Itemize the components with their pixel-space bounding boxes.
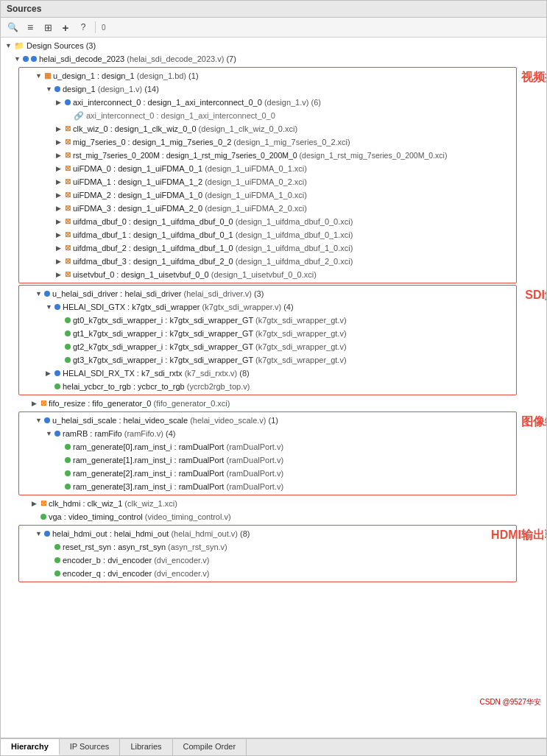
list-item: ⊠ uifdma_dbuf_2 : design_1_uifdma_dbuf_1… (19, 241, 516, 255)
dbuf0-arrow[interactable] (56, 216, 65, 227)
list-item: helai_ycbcr_to_rgb : ycbcr_to_rgb (ycrcb… (19, 380, 516, 393)
list-item: ram_generate[3].ram_inst_i : ramDualPort… (19, 480, 516, 493)
axi-label: axi_interconnect_0 : design_1_axi_interc… (73, 96, 321, 108)
list-item: gt2_k7gtx_sdi_wrapper_i : k7gtx_sdi_wrap… (19, 340, 516, 353)
dbuf0-label: uifdma_dbuf_0 : design_1_uifdma_dbuf_0_0… (73, 216, 353, 227)
ram0-label: ram_generate[0].ram_inst_i : ramDualPort… (73, 441, 283, 453)
blue-dot-icon10 (44, 531, 50, 537)
collapse-all-button[interactable]: ≡ (23, 20, 38, 35)
rxtx-label: HELAI_SDI_RX_TX : k7_sdi_rxtx (k7_sdi_rx… (63, 367, 250, 379)
clkhdmi-arrow[interactable] (32, 498, 40, 509)
blue-dot-icon4 (65, 99, 71, 105)
list-item: ⊠ clk_wiz_0 : design_1_clk_wiz_0_0 (desi… (19, 122, 516, 135)
uidma3-arrow[interactable] (56, 202, 65, 214)
tab-ip-sources[interactable]: IP Sources (60, 739, 121, 755)
xci-icon6: ⊠ (65, 189, 71, 201)
tab-compile-order[interactable]: Compile Order (173, 739, 247, 755)
design1v-arrow[interactable] (46, 83, 54, 95)
rxtx-arrow[interactable] (46, 367, 54, 379)
list-item: HELAI_SDI_GTX : k7gtx_sdi_wrapper (k7gtx… (19, 300, 516, 314)
list-item: ⊠ uiFDMA_3 : design_1_uiFDMA_2_0 (design… (19, 202, 516, 215)
vga-label: vga : video_timing_control (video_timing… (49, 511, 231, 523)
tab-libraries[interactable]: Libraries (120, 739, 172, 755)
list-item: u_helai_sdi_driver : helai_sdi_driver (h… (19, 287, 516, 300)
list-item: ▦ u_design_1 : design_1 (design_1.bd) (1… (19, 69, 516, 82)
list-item: encoder_b : dvi_encoder (dvi_encoder.v) (19, 554, 516, 567)
gt0-label: gt0_k7gtx_sdi_wrapper_i : k7gtx_sdi_wrap… (73, 314, 347, 326)
fifo-arrow[interactable] (32, 398, 40, 409)
list-item: ⊠ uifdma_dbuf_1 : design_1_uifdma_dbuf_0… (19, 228, 516, 241)
decode-arrow[interactable] (14, 53, 23, 65)
green-dot-icon2 (65, 331, 71, 336)
xci-icon10: ⊠ (65, 242, 71, 254)
dbuf1-arrow[interactable] (56, 229, 65, 241)
xci-icon3: ⊠ (65, 149, 71, 161)
sources-panel: Sources 🔍 ≡ ⊞ + ? 0 📁 Design Sources (3) (0, 0, 547, 756)
ram1-label: ram_generate[1].ram_inst_i : ramDualPort… (73, 454, 283, 466)
hdmi-arrow[interactable] (35, 528, 44, 540)
clk-arrow[interactable] (56, 123, 65, 135)
dbuf1-label: uifdma_dbuf_1 : design_1_uifdma_dbuf_0_1… (73, 229, 353, 241)
dbuf3-arrow[interactable] (56, 255, 65, 267)
rst-arrow[interactable] (56, 149, 65, 161)
mig-label: mig_7series_0 : design_1_mig_7series_0_2… (73, 136, 350, 148)
list-item: design_1 (design_1.v) (14) (19, 82, 516, 96)
xci-icon14: ⊠ (40, 498, 46, 509)
list-item: ram_generate[2].ram_inst_i : ramDualPort… (19, 467, 516, 480)
expand-all-button[interactable]: ⊞ (40, 20, 55, 35)
green-dot-icon10 (40, 514, 46, 520)
help-button[interactable]: ? (76, 20, 91, 35)
uidma1-label: uiFDMA_1 : design_1_uiFDMA_1_2 (design_1… (73, 176, 307, 188)
annotation-sdi: SDI解码 (525, 288, 546, 303)
sdi-driver-label: u_helai_sdi_driver : helai_sdi_driver (h… (52, 288, 264, 300)
add-button[interactable]: + (58, 20, 73, 35)
toolbar: 🔍 ≡ ⊞ + ? 0 (1, 18, 546, 38)
list-item: ⊠ uisetvbuf_0 : design_1_uisetvbuf_0_0 (… (19, 268, 516, 281)
list-item: ⊠ uiFDMA_0 : design_1_uiFDMA_0_1 (design… (19, 162, 516, 175)
list-item: encoder_q : dvi_encoder (dvi_encoder.v) (19, 567, 516, 580)
uidma3-label: uiFDMA_3 : design_1_uiFDMA_2_0 (design_1… (73, 202, 307, 214)
list-item: axi_interconnect_0 : design_1_axi_interc… (19, 96, 516, 109)
uisetvbuf-arrow[interactable] (56, 269, 65, 280)
tree-area: 📁 Design Sources (3) helai_sdi_decode_20… (1, 38, 546, 738)
xci-icon4: ⊠ (65, 163, 71, 174)
blue-dot-icon2 (31, 56, 37, 62)
dbuf3-label: uifdma_dbuf_3 : design_1_uifdma_dbuf_2_0… (73, 255, 353, 267)
bd-icon: ▦ (44, 70, 51, 82)
xci-icon5: ⊠ (65, 176, 71, 188)
mig-arrow[interactable] (56, 136, 65, 148)
xci-icon9: ⊠ (65, 229, 71, 241)
root-label: Design Sources (3) (27, 40, 96, 52)
green-dot-icon7 (65, 457, 71, 463)
annotation-scale: 图像缩放 (521, 414, 546, 430)
annotation-hdmi: HDMI输出驱动 (491, 528, 546, 543)
dbuf2-arrow[interactable] (56, 242, 65, 254)
design1-arrow[interactable] (35, 70, 44, 82)
xci-icon7: ⊠ (65, 202, 71, 214)
list-item: ⊠ fifo_resize : fifo_generator_0 (fifo_g… (15, 397, 546, 410)
uidma1-arrow[interactable] (56, 176, 65, 188)
sdi-driver-arrow[interactable] (35, 288, 44, 300)
clk-label: clk_wiz_0 : design_1_clk_wiz_0_0 (design… (73, 123, 297, 135)
toolbar-separator (95, 21, 96, 33)
list-item: helai_sdi_decode_2023 (helai_sdi_decode_… (1, 52, 546, 66)
gt1-label: gt1_k7gtx_sdi_wrapper_i : k7gtx_sdi_wrap… (73, 328, 347, 339)
list-item: ram_generate[0].ram_inst_i : ramDualPort… (19, 440, 516, 453)
green-dot-icon8 (65, 470, 71, 476)
clkhdmi-label: clk_hdmi : clk_wiz_1 (clk_wiz_1.xci) (49, 498, 177, 509)
list-item: ⊠ rst_mig_7series_0_200M : design_1_rst_… (19, 149, 516, 162)
gtx-arrow[interactable] (46, 301, 54, 313)
scale-arrow[interactable] (35, 414, 44, 426)
scale-label: u_helai_sdi_scale : helai_video_scale (h… (52, 414, 278, 426)
uidma0-arrow[interactable] (56, 163, 65, 174)
uidma2-arrow[interactable] (56, 189, 65, 201)
gtx-label: HELAI_SDI_GTX : k7gtx_sdi_wrapper (k7gtx… (63, 301, 294, 313)
root-arrow[interactable] (5, 40, 14, 52)
search-button[interactable]: 🔍 (5, 20, 20, 35)
list-item: ⊠ mig_7series_0 : design_1_mig_7series_0… (19, 135, 516, 149)
ramrb-arrow[interactable] (46, 428, 54, 439)
tab-hierarchy[interactable]: Hierarchy (1, 739, 60, 755)
green-dot-icon6 (65, 444, 71, 450)
axi-arrow[interactable] (56, 96, 65, 108)
encoder-q-label: encoder_q : dvi_encoder (dvi_encoder.v) (63, 568, 209, 579)
